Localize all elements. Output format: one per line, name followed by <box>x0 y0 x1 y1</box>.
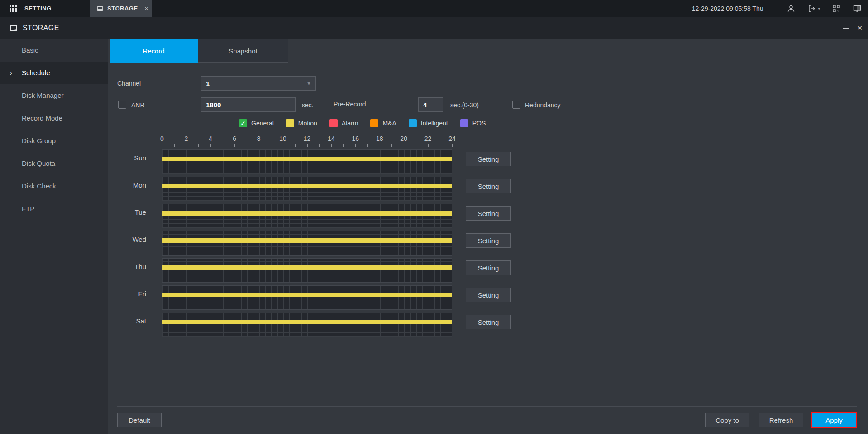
taskbar-tab-storage[interactable]: STORAGE ✕ <box>90 0 152 17</box>
prerecord-input[interactable] <box>418 97 443 112</box>
sidebar: Basic › Schedule Disk Manager Record Mod… <box>0 39 108 434</box>
legend-checkbox-motion[interactable] <box>286 119 294 127</box>
main-panel: Record Snapshot Channel 1 ▼ ANR sec. Pre… <box>108 39 868 434</box>
sidebar-item-disk-check[interactable]: Disk Check <box>0 175 108 198</box>
hour-tick-label: 8 <box>257 135 261 142</box>
hour-tick-label: 6 <box>233 135 236 142</box>
schedule-grid-sat[interactable] <box>162 313 452 337</box>
anr-label: ANR <box>131 101 145 109</box>
hour-ticks <box>162 144 453 147</box>
taskbar-right: 12-29-2022 09:05:58 Thu ▾ <box>692 0 868 17</box>
hour-tick-label: 16 <box>352 135 359 142</box>
setting-button-mon[interactable]: Setting <box>466 179 511 193</box>
sidebar-item-label: Disk Quota <box>22 159 55 167</box>
legend-checkbox-alarm[interactable] <box>329 119 338 127</box>
legend-checkbox-pos[interactable] <box>460 119 468 127</box>
logout-icon[interactable]: ▾ <box>807 4 820 13</box>
apply-button[interactable]: Apply <box>811 412 857 428</box>
motion-bar <box>162 265 452 270</box>
schedule-grid-thu[interactable] <box>162 258 452 283</box>
channel-select[interactable]: 1 ▼ <box>201 76 316 91</box>
day-label: Fri <box>108 290 146 298</box>
sidebar-item-label: FTP <box>22 205 34 212</box>
setting-button-sat[interactable]: Setting <box>466 315 511 329</box>
sidebar-item-ftp[interactable]: FTP <box>0 198 108 220</box>
sidebar-item-basic[interactable]: Basic <box>0 39 108 62</box>
storage-icon <box>96 5 104 12</box>
hour-tick-label: 2 <box>185 135 188 142</box>
sidebar-item-record-mode[interactable]: Record Mode <box>0 107 108 130</box>
schedule-grid-tue[interactable] <box>162 204 452 228</box>
legend-label: Motion <box>298 120 317 127</box>
qr-code-icon[interactable] <box>832 4 841 13</box>
sidebar-item-label: Schedule <box>22 69 50 77</box>
tab-record[interactable]: Record <box>110 39 198 63</box>
storage-icon <box>9 24 18 33</box>
legend-label: Intelligent <box>421 120 448 127</box>
window-titlebar: STORAGE ✕ <box>0 17 868 39</box>
display-icon[interactable] <box>853 4 862 13</box>
day-label: Sun <box>108 154 146 162</box>
schedule-row-fri: Fri Setting <box>108 285 868 310</box>
close-icon[interactable]: ✕ <box>857 24 863 32</box>
schedule-row-tue: Tue Setting <box>108 204 868 228</box>
schedule-grid-sun[interactable] <box>162 149 452 174</box>
tab-snapshot[interactable]: Snapshot <box>198 39 288 63</box>
legend-checkbox-general[interactable] <box>239 119 247 127</box>
motion-bar <box>162 157 452 161</box>
setting-button-fri[interactable]: Setting <box>466 288 511 302</box>
schedule-grid-mon[interactable] <box>162 177 452 201</box>
anr-checkbox[interactable] <box>118 101 126 109</box>
minimize-icon[interactable] <box>843 28 849 29</box>
schedule-grid-fri[interactable] <box>162 285 452 310</box>
day-label: Thu <box>108 263 146 270</box>
footer-divider <box>117 406 857 407</box>
schedule-row-wed: Wed Setting <box>108 231 868 256</box>
refresh-button[interactable]: Refresh <box>759 413 803 427</box>
tab-close-icon[interactable]: ✕ <box>144 5 149 12</box>
prerecord-unit-label: sec.(0-30) <box>450 101 479 109</box>
legend-checkbox-ma[interactable] <box>370 119 378 127</box>
hour-tick-label: 18 <box>376 135 383 142</box>
copy-to-button[interactable]: Copy to <box>705 413 749 427</box>
chevron-down-icon: ▼ <box>306 81 311 86</box>
redundancy-checkbox[interactable] <box>512 101 520 109</box>
legend-item-general: General <box>239 119 274 127</box>
taskbar-tab-setting[interactable]: SETTING <box>0 0 90 17</box>
hour-tick-label: 14 <box>328 135 335 142</box>
sidebar-item-disk-quota[interactable]: Disk Quota <box>0 152 108 175</box>
schedule-row-thu: Thu Setting <box>108 258 868 283</box>
hour-scale: 0 2 4 6 8 10 12 14 16 18 20 22 24 <box>162 135 452 142</box>
setting-button-tue[interactable]: Setting <box>466 206 511 221</box>
window-title: STORAGE <box>23 24 59 32</box>
anr-input[interactable] <box>201 97 296 112</box>
sidebar-item-disk-group[interactable]: Disk Group <box>0 130 108 152</box>
channel-value: 1 <box>206 80 306 87</box>
sidebar-item-schedule[interactable]: › Schedule <box>0 62 108 84</box>
setting-button-wed[interactable]: Setting <box>466 233 511 248</box>
hour-tick-label: 20 <box>400 135 407 142</box>
legend-item-motion: Motion <box>286 119 317 127</box>
legend-label: POS <box>472 120 486 127</box>
setting-button-sun[interactable]: Setting <box>466 152 511 166</box>
hour-tick-label: 22 <box>424 135 432 142</box>
sidebar-item-disk-manager[interactable]: Disk Manager <box>0 84 108 107</box>
day-label: Wed <box>108 236 146 243</box>
channel-label: Channel <box>117 80 141 87</box>
motion-bar <box>162 184 452 188</box>
default-button[interactable]: Default <box>117 413 162 427</box>
setting-button-thu[interactable]: Setting <box>466 260 511 275</box>
logout-caret-icon: ▾ <box>818 6 820 11</box>
legend-item-pos: POS <box>460 119 486 127</box>
hour-tick-label: 24 <box>448 135 456 142</box>
schedule-grid-wed[interactable] <box>162 231 452 256</box>
day-label: Mon <box>108 181 146 189</box>
day-label: Tue <box>108 208 146 216</box>
user-icon[interactable] <box>787 4 796 13</box>
legend-label: Alarm <box>342 120 358 127</box>
sidebar-item-label: Basic <box>22 46 38 54</box>
schedule-row-sun: Sun Setting <box>108 149 868 174</box>
legend-checkbox-intelligent[interactable] <box>409 119 417 127</box>
sidebar-item-label: Record Mode <box>22 114 62 122</box>
apps-grid-icon <box>10 5 17 12</box>
